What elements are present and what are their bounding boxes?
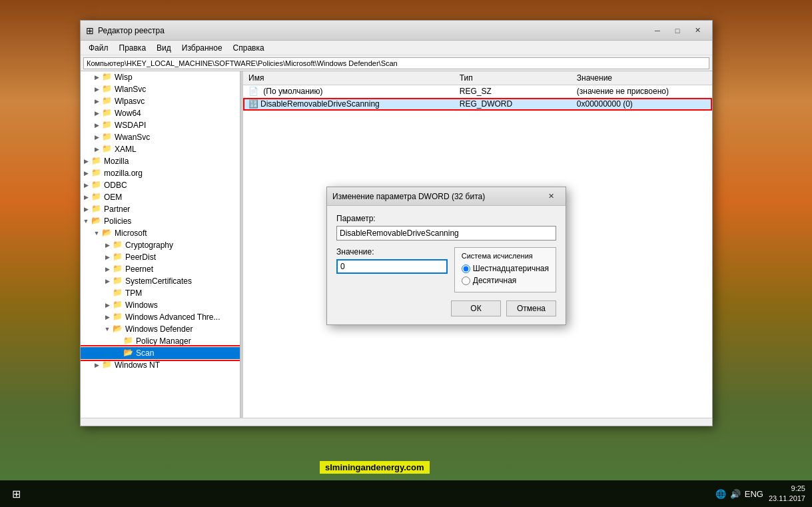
reg-type: REG_DWORD (454, 98, 572, 111)
cancel-button[interactable]: Отмена (506, 300, 556, 316)
maximize-button[interactable]: □ (668, 24, 687, 37)
tree-label: WSDAPI (115, 121, 240, 130)
tree-label: Windows (125, 300, 240, 310)
tree-label: Wisp (115, 73, 240, 82)
dialog-buttons: ОК Отмена (336, 300, 556, 316)
tree-item-wlansvc[interactable]: ▶ 📁 WlanSvc (81, 83, 240, 95)
expand-arrow: ▶ (91, 110, 102, 117)
taskbar-right: 🌐 🔊 ENG 9:25 23.11.2017 (715, 484, 812, 504)
folder-icon: 📁 (113, 264, 123, 274)
tree-label: WwanSvc (115, 133, 240, 142)
tree-label: mozilla.org (104, 169, 240, 178)
menu-file[interactable]: Файл (83, 42, 114, 54)
close-button[interactable]: ✕ (688, 24, 707, 37)
menu-edit[interactable]: Правка (114, 42, 152, 54)
tree-panel[interactable]: ▶ 📁 Wisp ▶ 📁 WlanSvc ▶ 📁 Wlpasvc ▶ 📁 (81, 71, 240, 418)
reg-type: REG_SZ (454, 85, 572, 98)
folder-icon: 📁 (91, 168, 102, 179)
tree-item-windows-defender[interactable]: ▼ 📂 Windows Defender (81, 323, 240, 335)
folder-icon: 📁 (113, 252, 123, 262)
param-input[interactable] (336, 226, 556, 241)
hex-radio-row: Шестнадцатеричная (462, 264, 549, 273)
expand-arrow: ▶ (91, 86, 102, 93)
address-input[interactable] (83, 57, 709, 69)
expand-arrow: ▶ (102, 314, 113, 320)
expand-arrow: ▶ (102, 278, 113, 284)
tree-item-wsdapi[interactable]: ▶ 📁 WSDAPI (81, 119, 240, 131)
folder-icon: 📁 (102, 144, 113, 155)
dialog-title-text: Изменение параметра DWORD (32 бита) (332, 192, 542, 201)
tree-item-peerdist[interactable]: ▶ 📁 PeerDist (81, 251, 240, 263)
folder-icon: 📁 (102, 360, 113, 370)
folder-icon: 📁 (113, 288, 123, 298)
tree-item-scan[interactable]: 📂 Scan (81, 347, 240, 359)
expand-arrow: ▼ (102, 326, 113, 332)
expand-arrow: ▶ (91, 74, 102, 81)
reg-name: 📄 (По умолчанию) (243, 85, 454, 98)
folder-icon: 📁 (91, 192, 102, 203)
folder-open-icon: 📂 (102, 228, 113, 239)
expand-arrow: ▼ (91, 230, 102, 237)
tree-item-mozilla[interactable]: ▶ 📁 Mozilla (81, 155, 240, 167)
ok-button[interactable]: ОК (451, 300, 501, 316)
expand-arrow: ▼ (81, 218, 91, 225)
tree-label: Scan (136, 348, 240, 358)
expand-arrow: ▶ (81, 170, 91, 177)
start-button[interactable]: ⊞ (0, 480, 32, 507)
folder-icon: 📁 (102, 96, 113, 107)
horizontal-scrollbar[interactable] (81, 418, 712, 426)
tree-item-windows-nt[interactable]: ▶ 📁 Windows NT (81, 359, 240, 371)
tree-item-cryptography[interactable]: ▶ 📁 Cryptography (81, 239, 240, 251)
tree-item-mozillaorg[interactable]: ▶ 📁 mozilla.org (81, 167, 240, 179)
tree-item-wwansvc[interactable]: ▶ 📁 WwanSvc (81, 131, 240, 143)
tree-label: Cryptography (125, 241, 240, 250)
tree-item-peernet[interactable]: ▶ 📁 Peernet (81, 263, 240, 275)
minimize-button[interactable]: ─ (648, 24, 667, 37)
tree-item-xaml[interactable]: ▶ 📁 XAML (81, 143, 240, 155)
folder-icon: 📁 (123, 336, 134, 346)
hex-radio[interactable] (462, 264, 470, 273)
tree-item-systemcerts[interactable]: ▶ 📁 SystemCertificates (81, 275, 240, 287)
expand-arrow: ▶ (81, 158, 91, 165)
folder-icon: 📁 (102, 108, 113, 119)
menu-help[interactable]: Справка (228, 42, 270, 54)
col-type: Тип (454, 71, 572, 85)
value-section: Значение: (336, 247, 448, 274)
folder-icon: 📁 (102, 84, 113, 95)
volume-icon: 🔊 (730, 489, 741, 499)
tree-label: Mozilla (104, 157, 240, 166)
expand-arrow: ▶ (91, 98, 102, 105)
tree-item-wlpasvc[interactable]: ▶ 📁 Wlpasvc (81, 95, 240, 107)
dec-radio-row: Десятичная (462, 276, 549, 285)
tree-item-policy-manager[interactable]: 📁 Policy Manager (81, 335, 240, 347)
menu-favorites[interactable]: Избранное (177, 42, 228, 54)
table-row[interactable]: 📄 (По умолчанию) REG_SZ (значение не при… (243, 85, 712, 98)
tree-item-partner[interactable]: ▶ 📁 Partner (81, 203, 240, 215)
tree-label: XAML (115, 145, 240, 154)
value-input[interactable] (336, 259, 448, 274)
tree-item-wow64[interactable]: ▶ 📁 Wow64 (81, 107, 240, 119)
window-controls: ─ □ ✕ (648, 24, 707, 37)
value-label: Значение: (336, 247, 448, 256)
menu-view[interactable]: Вид (151, 42, 177, 54)
expand-arrow: ▶ (91, 146, 102, 153)
tree-item-windows[interactable]: ▶ 📁 Windows (81, 299, 240, 311)
tree-item-policies[interactable]: ▼ 📂 Policies (81, 215, 240, 227)
dialog-body: Параметр: Значение: Система исчисления Ш… (327, 206, 566, 324)
folder-icon: 📁 (113, 276, 123, 286)
param-label: Параметр: (336, 214, 556, 223)
tree-item-oem[interactable]: ▶ 📁 OEM (81, 191, 240, 203)
tree-item-microsoft[interactable]: ▼ 📂 Microsoft (81, 227, 240, 239)
lang-label: ENG (745, 489, 763, 499)
dword-edit-dialog: Изменение параметра DWORD (32 бита) ✕ Па… (326, 187, 566, 325)
table-row-highlighted[interactable]: 🔢 DisableRemovableDriveScanning REG_DWOR… (243, 98, 712, 111)
tree-label: Windows Defender (125, 324, 240, 334)
reg-value: (значение не присвоено) (572, 85, 712, 98)
tree-item-odbc[interactable]: ▶ 📁 ODBC (81, 179, 240, 191)
tree-item-tpm[interactable]: 📁 TPM (81, 287, 240, 299)
tree-item-wisp[interactable]: ▶ 📁 Wisp (81, 71, 240, 83)
dec-radio[interactable] (462, 276, 470, 285)
folder-open-icon: 📂 (123, 348, 134, 358)
dialog-close-button[interactable]: ✕ (542, 190, 560, 203)
tree-item-windows-advanced[interactable]: ▶ 📁 Windows Advanced Thre... (81, 311, 240, 323)
